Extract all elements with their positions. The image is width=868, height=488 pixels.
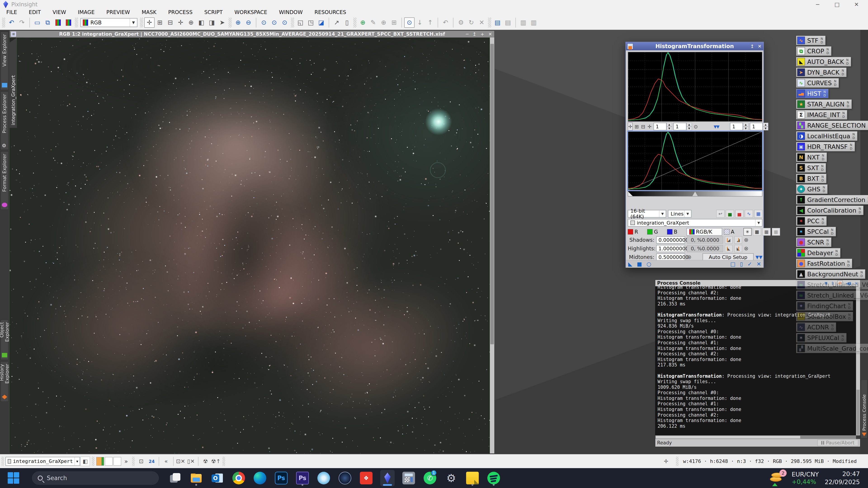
zoom-fit-window-icon[interactable]: ⊙ — [279, 18, 290, 28]
taskbar-app-edge[interactable] — [253, 470, 267, 486]
process-icon-colorcalibration[interactable]: ◀ColorCalibrationND — [796, 205, 864, 215]
image-window[interactable]: RGB 1:2 integration_GraXpert | NCC7000_A… — [9, 31, 495, 454]
vertical-zoom-spin[interactable]: 1▲▼ — [673, 123, 692, 130]
minimize-button[interactable]: ─ — [808, 0, 827, 9]
spin-up-icon[interactable]: ▲ — [763, 123, 768, 127]
grid-mid-icon[interactable]: ▦ — [763, 228, 771, 236]
reset-button[interactable]: ✕ — [756, 261, 761, 267]
realtime-preview-button[interactable]: ○ — [647, 261, 651, 267]
plot-grid-button[interactable]: ▦ — [754, 210, 763, 218]
process-icon-dyn_back[interactable]: ➤DYN_BACKND — [796, 68, 846, 77]
image-new-icon[interactable]: ⊕ — [358, 18, 368, 28]
process-icon-stretch_llinked__v6[interactable]: ∞Stretch_Llinked__V6ND — [796, 291, 868, 300]
shadows-slider-handle[interactable] — [628, 192, 633, 196]
drag-handle[interactable] — [222, 457, 225, 466]
raw-rgb-mode-button[interactable]: ✳ — [743, 228, 752, 236]
image-reload-icon[interactable]: ↻ — [466, 18, 476, 28]
auto-clip-setup-button[interactable]: Auto Clip Setup — [703, 253, 754, 261]
plot-reject-button[interactable]: ↩ — [716, 210, 724, 218]
readout-mode-icon[interactable]: ⊕ — [186, 18, 196, 28]
spin-down-icon[interactable]: ▼ — [666, 127, 672, 130]
browse-documentation-button[interactable]: □ — [730, 261, 736, 267]
taskbar-app-whatsapp[interactable]: ✆1 — [423, 470, 437, 486]
image-canvas[interactable] — [10, 37, 490, 453]
taskbar-app-outlook[interactable]: O — [210, 470, 225, 486]
bit-depth-select[interactable]: 16-bit (64K)▼ — [628, 210, 666, 218]
spin-up-icon[interactable]: ▲ — [743, 123, 748, 127]
dialog-titlebar[interactable]: ▅ HistogramTransformation ↥ ✕ — [626, 42, 763, 51]
undo-icon[interactable]: ↶ — [6, 18, 17, 28]
radiation-upload-icon[interactable]: ☢↑ — [211, 457, 221, 466]
expand-window-icon[interactable]: ↗ — [331, 18, 342, 28]
center-mode-icon[interactable]: ✛ — [176, 18, 186, 28]
histogram-plot-input[interactable] — [628, 52, 763, 122]
taskbar-app-red-diamond-app[interactable]: ❖ — [359, 470, 373, 486]
screen-settings-icon[interactable]: ⊡ — [136, 457, 146, 466]
image-vertical-scrollbar[interactable] — [490, 37, 494, 453]
scrollbar-thumb[interactable] — [857, 390, 860, 435]
dialog-close-button[interactable]: ✕ — [758, 43, 762, 49]
graph-vzoom-spin[interactable]: 1▲▼ — [750, 123, 768, 130]
apply-button[interactable]: ■ — [637, 261, 642, 267]
process-icon-solartoolbox[interactable]: STSolarToolBoxND — [796, 312, 853, 321]
process-icon-nxt[interactable]: NNXTND — [796, 153, 827, 162]
fit-window-fast-icon[interactable]: ◪ — [316, 18, 327, 28]
process-console-side-tab[interactable]: Process Console — [861, 380, 868, 438]
dock-tab-format-explorer[interactable]: Format Explorer — [0, 151, 8, 210]
process-icon-curves[interactable]: ∿CURVESND — [796, 78, 839, 88]
color-depth-24-icon[interactable]: 24 — [147, 457, 156, 466]
process-icon-bxt[interactable]: BBXTND — [796, 174, 827, 183]
mask-edit-icon[interactable]: ▥ — [518, 18, 528, 28]
channel-g-button[interactable]: G — [647, 229, 665, 235]
expand-plot-icon[interactable]: ⊞ — [634, 123, 639, 131]
midtones-slider-handle[interactable] — [692, 192, 698, 196]
iw-minimize-button[interactable]: ─ — [466, 31, 469, 37]
chevron-double-down-icon[interactable]: ▼▼ — [755, 254, 763, 260]
track-plot-icon[interactable]: ✛ — [647, 123, 652, 131]
channel-b-button[interactable]: B — [667, 229, 685, 235]
image-zoom-icon[interactable]: ⊙ — [404, 18, 414, 28]
new-instance-button[interactable]: ◣ — [628, 261, 632, 267]
select-mode-icon[interactable]: ➤ — [217, 18, 227, 28]
process-icon-gradientcorrection[interactable]: ↑GradientCorrectionND — [796, 195, 868, 204]
process-icon-pcc[interactable]: ✶PCCND — [796, 216, 827, 226]
spin-up-icon[interactable]: ▲ — [666, 123, 672, 127]
close-button[interactable]: ✕ — [847, 0, 866, 9]
taskbar-app-photoshop-cs[interactable]: Ps — [295, 470, 310, 486]
menu-resources[interactable]: RESOURCES — [314, 9, 346, 15]
image-add-icon[interactable]: ⊕ — [378, 18, 389, 28]
scroll-down-plot-icon[interactable]: ▼▼ — [713, 123, 719, 131]
fixed-window-icon[interactable]: ▯ — [342, 18, 352, 28]
highlights-reset-icon[interactable]: ⊗ — [744, 246, 748, 252]
image-close-icon[interactable]: ✕ — [476, 18, 487, 28]
scrollbar-thumb[interactable] — [656, 436, 800, 438]
image-side-tab[interactable]: integration_GraXpert — [10, 37, 17, 128]
taskbar-app-chrome[interactable] — [231, 470, 246, 486]
dialog-shade-button[interactable]: ↥ — [750, 43, 754, 49]
fit-window-zoom-icon[interactable]: ◳ — [306, 18, 316, 28]
process-icon-crop[interactable]: ⧉CROPND — [796, 46, 831, 56]
iw-zoom-button[interactable]: + — [480, 31, 484, 37]
drag-handle[interactable] — [1, 457, 4, 466]
workspace-swatch[interactable] — [105, 457, 113, 466]
midtones-reset-icon[interactable]: ⊗ — [687, 254, 691, 260]
histogram-transformation-dialog[interactable]: ▅ HistogramTransformation ↥ ✕ ✛⊞⊟✛1▲▼1▲▼… — [625, 42, 764, 268]
clock-widget[interactable]: 20:47 22/09/2025 — [825, 470, 860, 486]
menu-workspace[interactable]: WORKSPACE — [235, 9, 267, 15]
menu-view[interactable]: VIEW — [53, 9, 66, 15]
process-icon-debayer[interactable]: DebayerND — [796, 248, 840, 258]
iw-close-button[interactable]: ✕ — [488, 31, 492, 37]
process-icon-ghs[interactable]: ✦GHSND — [796, 184, 828, 194]
shadows-input[interactable]: 0.00000000 — [656, 236, 685, 243]
highlights-slider-handle[interactable] — [757, 192, 762, 196]
plot-outline-button[interactable]: ▅ — [735, 210, 743, 218]
close-screen-icon[interactable]: ⊡✕ — [176, 457, 185, 466]
zoom-1-1-icon[interactable]: ⊙ — [258, 18, 269, 28]
histogram-plot-transfer[interactable] — [628, 131, 763, 191]
mask-remove-icon[interactable]: ▤ — [503, 18, 513, 28]
histogram-range-slider[interactable] — [628, 191, 763, 197]
zoom-out-icon[interactable]: ⊖ — [243, 18, 254, 28]
process-icon-fastrotation[interactable]: ●FastRotationND — [796, 259, 852, 268]
mask-show-icon[interactable]: ▤ — [492, 18, 503, 28]
zoom-in-icon[interactable]: ⊕ — [233, 18, 243, 28]
